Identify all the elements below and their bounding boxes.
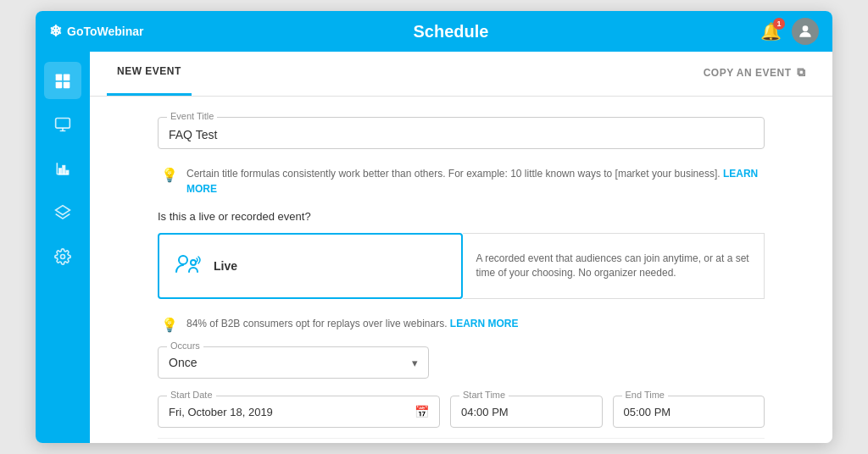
sidebar-item-monitor[interactable] xyxy=(44,106,81,143)
event-title-field[interactable]: Event Title xyxy=(158,117,765,149)
live-event-card[interactable]: Live xyxy=(158,233,463,299)
avatar-icon xyxy=(797,23,814,40)
logo-area: ❄ GoToWebinar xyxy=(49,22,397,41)
end-time-value: 05:00 PM xyxy=(624,406,754,418)
datetime-row: Start Date Fri, October 18, 2019 📅 Start… xyxy=(158,396,765,428)
live-event-icon xyxy=(173,248,203,284)
event-title-label: Event Title xyxy=(167,111,217,121)
svg-marker-13 xyxy=(56,206,70,215)
start-date-label: Start Date xyxy=(167,390,216,400)
hint2-learn-more-link[interactable]: LEARN MORE xyxy=(450,318,519,329)
svg-rect-5 xyxy=(56,119,70,129)
lightbulb2-icon: 💡 xyxy=(161,317,178,333)
recorded-event-desc: A recorded event that audiences can join… xyxy=(476,252,751,280)
sidebar-item-settings[interactable] xyxy=(44,238,81,275)
end-time-label: End Time xyxy=(622,390,668,400)
event-type-group: Is this a live or recorded event? xyxy=(158,210,765,299)
notification-badge: 1 xyxy=(773,18,785,30)
main-layout: NEW EVENT COPY AN EVENT ⧉ Event Title xyxy=(36,52,832,443)
chart-icon xyxy=(54,160,71,177)
page-title: Schedule xyxy=(397,22,761,42)
tab-bar: NEW EVENT COPY AN EVENT ⧉ xyxy=(90,52,832,97)
end-time-field[interactable]: End Time 05:00 PM xyxy=(613,396,765,428)
sidebar-item-home[interactable] xyxy=(44,62,81,99)
event-title-input[interactable] xyxy=(169,125,754,141)
tab-copy-event[interactable]: COPY AN EVENT ⧉ xyxy=(693,52,815,96)
start-date-field[interactable]: Start Date Fri, October 18, 2019 📅 xyxy=(158,396,440,428)
main-content: NEW EVENT COPY AN EVENT ⧉ Event Title xyxy=(90,52,832,443)
occurs-select[interactable]: Occurs Once ▾ xyxy=(158,346,429,379)
start-time-field[interactable]: Start Time 04:00 PM xyxy=(450,396,603,428)
app-window: ❄ GoToWebinar Schedule 🔔 1 xyxy=(36,11,832,443)
svg-rect-1 xyxy=(56,75,63,81)
event-title-group: Event Title xyxy=(158,117,765,149)
svg-rect-11 xyxy=(63,166,65,174)
copy-icon: ⧉ xyxy=(797,65,806,80)
bottom-hint: ● Webinars scheduled between 10:00 AM - … xyxy=(158,438,765,443)
svg-rect-12 xyxy=(66,171,69,174)
settings-icon xyxy=(54,248,71,265)
occurs-label: Occurs xyxy=(167,340,203,351)
logo-text: GoToWebinar xyxy=(67,25,144,38)
lightbulb-icon: 💡 xyxy=(161,167,178,183)
layers-icon xyxy=(54,204,71,221)
chevron-down-icon: ▾ xyxy=(412,357,418,369)
tab-new-event[interactable]: NEW EVENT xyxy=(107,52,192,96)
occurs-group: Occurs Once ▾ xyxy=(158,346,765,379)
start-date-value: Fri, October 18, 2019 xyxy=(169,406,415,418)
bottom-hint-text: Webinars scheduled between 10:00 AM - No… xyxy=(169,442,495,443)
notification-bell-button[interactable]: 🔔 1 xyxy=(760,21,782,42)
svg-rect-4 xyxy=(64,82,70,89)
title-hint: 💡 Certain title formulas consistently wo… xyxy=(158,166,765,197)
sidebar-item-recordings[interactable] xyxy=(44,194,81,231)
svg-rect-10 xyxy=(59,169,62,174)
top-nav-actions: 🔔 1 xyxy=(760,18,819,45)
top-bar: ❄ GoToWebinar Schedule 🔔 1 xyxy=(36,11,832,52)
svg-point-15 xyxy=(179,256,187,264)
event-type-options: Live A recorded event that audiences can… xyxy=(158,233,765,299)
calendar-icon: 📅 xyxy=(415,405,429,418)
start-time-label: Start Time xyxy=(459,390,509,400)
occurs-value: Once xyxy=(169,356,412,369)
live-event-label: Live xyxy=(214,259,237,273)
user-avatar[interactable] xyxy=(792,18,819,45)
hint-text-2: 84% of B2B consumers opt for replays ove… xyxy=(186,316,519,331)
logo-snowflake-icon: ❄ xyxy=(49,22,62,41)
monitor-icon xyxy=(54,116,71,133)
svg-rect-2 xyxy=(64,75,70,81)
form-content: Event Title 💡 Certain title formulas con… xyxy=(90,97,832,443)
event-type-label: Is this a live or recorded event? xyxy=(158,210,765,223)
sidebar-item-analytics[interactable] xyxy=(44,150,81,187)
svg-point-16 xyxy=(191,260,196,265)
svg-point-0 xyxy=(803,25,809,31)
hint-text-1: Certain title formulas consistently work… xyxy=(186,166,761,197)
svg-rect-3 xyxy=(56,82,63,89)
sidebar xyxy=(36,52,90,443)
start-time-value: 04:00 PM xyxy=(461,406,592,418)
svg-point-14 xyxy=(61,255,65,259)
recorded-event-card[interactable]: A recorded event that audiences can join… xyxy=(463,233,765,299)
home-icon xyxy=(54,72,71,89)
replay-hint: 💡 84% of B2B consumers opt for replays o… xyxy=(158,316,765,333)
